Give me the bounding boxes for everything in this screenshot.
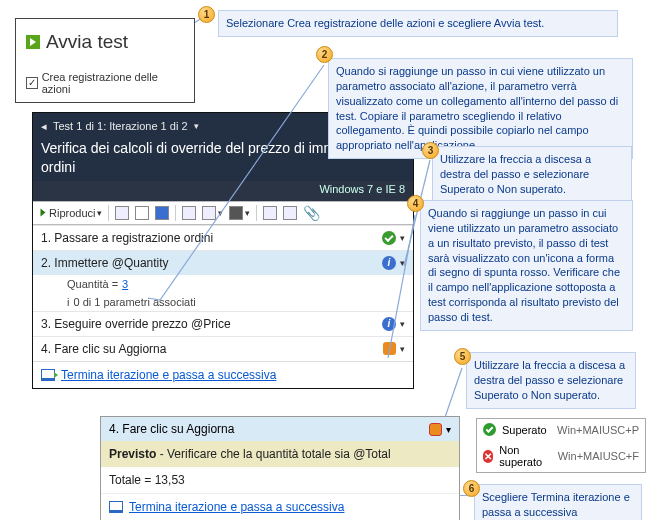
- end-iteration-link[interactable]: Termina iterazione e passa a successiva: [101, 493, 459, 520]
- play-button-label: Riproduci: [49, 207, 95, 219]
- play-button[interactable]: Riproduci ▾: [39, 207, 102, 219]
- toolbar-icon-save[interactable]: [155, 206, 169, 220]
- runner-toolbar: Riproduci ▾ ▾ ▾ 📎: [33, 201, 413, 225]
- chevron-down-icon[interactable]: ▾: [194, 121, 199, 131]
- badge-2: 2: [316, 46, 333, 63]
- step-row[interactable]: 2. Immettere @Quantity i ▾: [33, 250, 413, 275]
- checkbox-icon: ✓: [26, 77, 38, 89]
- toolbar-icon-reset[interactable]: [115, 206, 129, 220]
- expected-result: Previsto - Verificare che la quantità to…: [101, 441, 459, 467]
- callout-1: Selezionare Crea registrazione delle azi…: [218, 10, 618, 37]
- pass-icon: [382, 231, 396, 245]
- callout-3: Utilizzare la freccia a discesa a destra…: [432, 146, 632, 203]
- pass-icon: [483, 423, 496, 436]
- badge-1: 1: [198, 6, 215, 23]
- step-dropdown-icon[interactable]: ▾: [400, 319, 405, 329]
- play-icon: [26, 35, 40, 49]
- step-row[interactable]: 1. Passare a registrazione ordini ▾: [33, 225, 413, 250]
- step-param: Quantità = 3: [33, 275, 413, 293]
- zoom-step-label: 4. Fare clic su Aggiorna: [109, 422, 234, 436]
- toolbar-icon-note[interactable]: [263, 206, 277, 220]
- step-dropdown-icon[interactable]: ▾: [400, 233, 405, 243]
- step-dropdown-icon[interactable]: ▾: [400, 258, 405, 268]
- callout-2: Quando si raggiunge un passo in cui vien…: [328, 58, 633, 159]
- toolbar-icon-pause[interactable]: [135, 206, 149, 220]
- callout-5: Utilizzare la freccia a discesa a destra…: [466, 352, 636, 409]
- shortcut-label: Win+MAIUSC+F: [558, 450, 639, 462]
- callout-4: Quando si raggiunge un passo in cui vien…: [420, 200, 633, 331]
- step-detail-zoom: 4. Fare clic su Aggiorna ▾ Previsto - Ve…: [100, 416, 460, 520]
- end-iteration-link[interactable]: Termina iterazione e passa a successiva: [33, 361, 413, 388]
- status-pass-item[interactable]: Superato Win+MAIUSC+P: [477, 419, 645, 440]
- toolbar-icon-grid[interactable]: [182, 206, 196, 220]
- fail-icon: ✕: [483, 450, 493, 463]
- platform-label: Windows 7 e IE 8: [33, 181, 413, 201]
- record-actions-checkbox[interactable]: ✓ Crea registrazione delle azioni: [26, 71, 184, 95]
- toolbar-icon-camera[interactable]: ▾: [229, 206, 250, 220]
- chevron-left-icon[interactable]: ◂: [41, 120, 47, 133]
- test-steps: 1. Passare a registrazione ordini ▾ 2. I…: [33, 225, 413, 388]
- status-fail-item[interactable]: ✕ Non superato Win+MAIUSC+F: [477, 440, 645, 472]
- callout-6: Scegliere Termina iterazione e passa a s…: [474, 484, 642, 520]
- badge-6: 6: [463, 480, 480, 497]
- step-assoc: i 0 di 1 parametri associati: [33, 293, 413, 311]
- start-test-label: Avvia test: [46, 31, 128, 53]
- info-icon: i: [67, 296, 69, 308]
- param-link[interactable]: 3: [122, 278, 128, 290]
- toolbar-icon-screenshot[interactable]: ▾: [202, 206, 223, 220]
- step-dropdown-icon[interactable]: ▾: [400, 344, 405, 354]
- info-icon: i: [382, 317, 396, 331]
- breadcrumb: Test 1 di 1: Iterazione 1 di 2: [53, 120, 188, 132]
- shortcut-label: Win+MAIUSC+P: [557, 424, 639, 436]
- step-dropdown-icon[interactable]: ▾: [446, 424, 451, 435]
- toolbar-icon-attach[interactable]: 📎: [303, 205, 320, 221]
- step-row[interactable]: 4. Fare clic su Aggiorna ▾: [33, 336, 413, 361]
- start-test-button[interactable]: Avvia test: [26, 31, 184, 53]
- badge-5: 5: [454, 348, 471, 365]
- next-iteration-icon: [41, 369, 55, 381]
- status-menu: Superato Win+MAIUSC+P ✕ Non superato Win…: [476, 418, 646, 473]
- next-iteration-icon: [109, 501, 123, 513]
- record-actions-label: Crea registrazione delle azioni: [42, 71, 184, 95]
- start-test-panel: Avvia test ✓ Crea registrazione delle az…: [15, 18, 195, 103]
- active-step-icon: [429, 423, 442, 436]
- play-icon: [41, 209, 46, 217]
- expected-total: Totale = 13,53: [101, 467, 459, 493]
- info-icon: i: [382, 256, 396, 270]
- step-row[interactable]: 3. Eseguire override prezzo @Price i ▾: [33, 311, 413, 336]
- toolbar-icon-bug[interactable]: [283, 206, 297, 220]
- badge-4: 4: [407, 195, 424, 212]
- badge-3: 3: [422, 142, 439, 159]
- active-step-icon: [383, 342, 396, 355]
